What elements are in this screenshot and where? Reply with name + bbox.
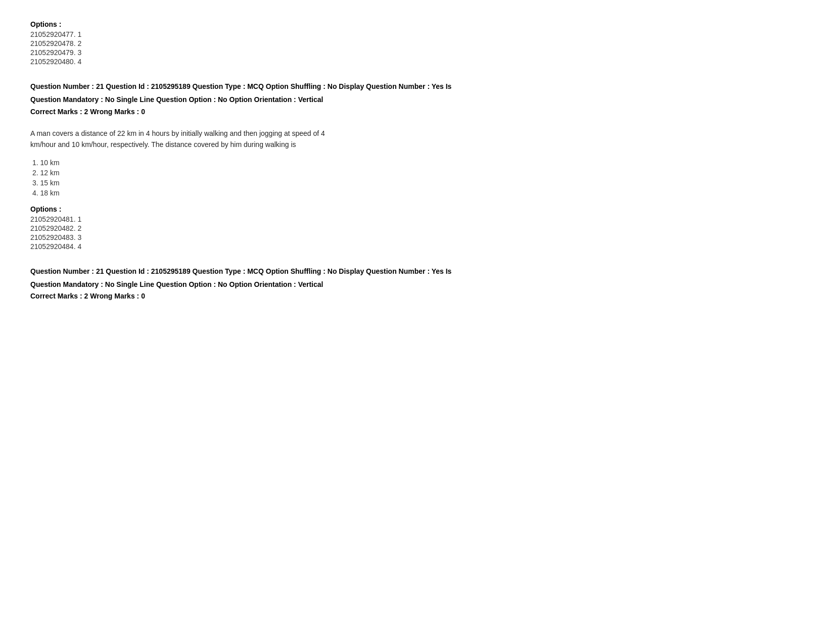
- option-item: 21052920483. 3: [30, 233, 804, 241]
- options-label-2: Options :: [30, 205, 804, 213]
- option-item: 21052920484. 4: [30, 242, 804, 251]
- option-item: 21052920480. 4: [30, 58, 804, 66]
- question1-meta-block: Question Number : 21 Question Id : 21052…: [30, 81, 804, 116]
- answer-option-item: 4. 18 km: [32, 189, 804, 197]
- question1-answer-options: 1. 10 km 2. 12 km 3. 15 km 4. 18 km: [32, 159, 804, 197]
- section2-options-block: Options : 21052920481. 1 21052920482. 2 …: [30, 205, 804, 251]
- question2-meta-line2: Question Mandatory : No Single Line Ques…: [30, 279, 804, 290]
- option-item: 21052920477. 1: [30, 30, 804, 38]
- answer-option-item: 1. 10 km: [32, 159, 804, 167]
- answer-option-item: 2. 12 km: [32, 169, 804, 177]
- option-item: 21052920482. 2: [30, 224, 804, 232]
- section1-options-block: Options : 21052920477. 1 21052920478. 2 …: [30, 20, 804, 66]
- answer-option-item: 3. 15 km: [32, 179, 804, 187]
- question2-meta-line1: Question Number : 21 Question Id : 21052…: [30, 266, 804, 277]
- option-item: 21052920479. 3: [30, 48, 804, 57]
- options-label-1: Options :: [30, 20, 804, 28]
- question1-text-line1: A man covers a distance of 22 km in 4 ho…: [30, 128, 804, 139]
- question2-marks: Correct Marks : 2 Wrong Marks : 0: [30, 292, 804, 300]
- question1-text-line2: km/hour and 10 km/hour, respectively. Th…: [30, 139, 804, 150]
- option-item: 21052920481. 1: [30, 215, 804, 223]
- question1-meta-line2: Question Mandatory : No Single Line Ques…: [30, 94, 804, 105]
- question1-meta-line1: Question Number : 21 Question Id : 21052…: [30, 81, 804, 92]
- option-item: 21052920478. 2: [30, 39, 804, 47]
- question1-marks: Correct Marks : 2 Wrong Marks : 0: [30, 108, 804, 116]
- question2-meta-block: Question Number : 21 Question Id : 21052…: [30, 266, 804, 301]
- question1-text-block: A man covers a distance of 22 km in 4 ho…: [30, 128, 804, 151]
